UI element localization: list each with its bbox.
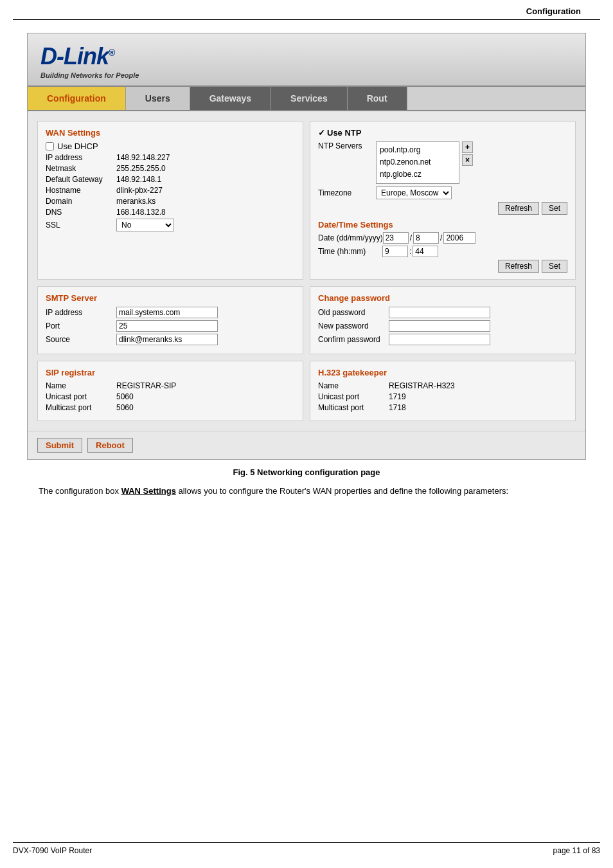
smtp-source-row: Source [46,334,295,345]
ntp-server-1: pool.ntp.org [380,144,456,156]
ntp-servers-label: NTP Servers [318,141,376,184]
confirm-password-input[interactable] [389,334,490,345]
ntp-remove-button[interactable]: × [462,154,473,166]
h323-unicast-row: Unicast port 1719 [318,392,567,401]
smtp-source-input[interactable] [116,334,218,345]
smtp-ip-input[interactable] [116,307,218,318]
use-ntp-header: ✓ Use NTP [318,128,567,138]
reboot-button[interactable]: Reboot [87,438,133,453]
submit-row: Submit Reboot [28,431,585,459]
change-password-title: Change password [318,293,567,303]
ntp-server-3: ntp.globe.cz [380,168,456,181]
use-dhcp-row: Use DHCP [46,141,295,151]
logo-subtitle: Building Networks for People [40,71,573,79]
ntp-server-2: ntp0.zenon.net [380,156,456,168]
smtp-title: SMTP Server [46,293,295,303]
page-header: Configuration [13,0,600,20]
ssl-row: SSL No Yes [46,219,295,231]
use-dhcp-label: Use DHCP [57,141,98,151]
timezone-row: Timezone Europe, Moscow [318,186,567,199]
h323-title: H.323 gatekeeper [318,368,567,377]
footer-left: DVX-7090 VoIP Router [13,846,92,855]
default-gateway-row: Default Gateway 148.92.148.1 [46,175,295,184]
timezone-select[interactable]: Europe, Moscow [376,186,452,199]
sip-title: SIP registrar [46,368,295,377]
time-hour-input[interactable] [382,246,408,257]
nav-tabs: Configuration Users Gateways Services Ro… [28,87,585,111]
timezone-label: Timezone [318,188,376,197]
confirm-password-row: Confirm password [318,334,567,345]
date-inputs: / / [383,232,476,244]
ntp-button-row: Refresh Set [318,202,567,215]
datetime-title: Date/Time Settings [318,220,567,230]
ntp-server-list: pool.ntp.org ntp0.zenon.net ntp.globe.cz [376,141,459,184]
sip-name-row: Name REGISTRAR-SIP [46,381,295,390]
date-row: Date (dd/mm/yyyy) / / [318,232,567,244]
logo-area: D-Link® Building Networks for People [28,33,585,87]
header-text: Configuration [526,6,581,16]
tab-users[interactable]: Users [126,87,190,110]
ntp-set-button[interactable]: Set [542,202,567,215]
sip-multicast-row: Multicast port 5060 [46,403,295,412]
tab-routes[interactable]: Rout [348,87,407,110]
sip-unicast-row: Unicast port 5060 [46,392,295,401]
datetime-button-row: Refresh Set [318,260,567,273]
hostname-row: Hostname dlink-pbx-227 [46,186,295,195]
h323-name-row: Name REGISTRAR-H323 [318,381,567,390]
time-row: Time (hh:mm) : [318,246,567,257]
smtp-port-row: Port [46,320,295,332]
footer-right: page 11 of 83 [553,846,600,855]
router-ui: D-Link® Building Networks for People Con… [27,33,586,460]
ntp-servers-area: NTP Servers pool.ntp.org ntp0.zenon.net … [318,141,567,184]
ntp-add-button[interactable]: + [462,141,473,153]
change-password-section: Change password Old password New passwor… [310,286,576,354]
old-password-input[interactable] [389,307,490,318]
fig-caption: Fig. 5 Networking configuration page [19,467,594,477]
logo: D-Link® [40,43,573,70]
netmask-row: Netmask 255.255.255.0 [46,164,295,173]
ntp-refresh-button[interactable]: Refresh [498,202,539,215]
datetime-refresh-button[interactable]: Refresh [498,260,539,273]
smtp-port-input[interactable] [116,320,218,332]
wan-settings-link: WAN Settings [121,486,176,496]
new-password-input[interactable] [389,320,490,332]
dns-row: DNS 168.148.132.8 [46,208,295,217]
time-min-input[interactable] [413,246,438,257]
config-panel: WAN Settings Use DHCP IP address 148.92.… [28,111,585,431]
wan-title: WAN Settings [46,128,295,138]
smtp-ip-row: IP address [46,307,295,318]
date-month-input[interactable] [413,232,439,244]
time-label: Time (hh:mm) [318,247,382,256]
smtp-section: SMTP Server IP address Port Source [37,286,303,354]
ip-address-row: IP address 148.92.148.227 [46,153,295,162]
domain-row: Domain meranks.ks [46,197,295,206]
checkmark-icon: ✓ [318,128,325,138]
ntp-section: ✓ Use NTP NTP Servers pool.ntp.org ntp0.… [310,121,576,280]
ssl-select[interactable]: No Yes [116,219,174,231]
wan-settings-section: WAN Settings Use DHCP IP address 148.92.… [37,121,303,280]
tab-services[interactable]: Services [271,87,348,110]
tab-configuration[interactable]: Configuration [28,87,126,110]
h323-multicast-row: Multicast port 1718 [318,403,567,412]
datetime-set-button[interactable]: Set [542,260,567,273]
h323-section: H.323 gatekeeper Name REGISTRAR-H323 Uni… [310,361,576,421]
page-footer: DVX-7090 VoIP Router page 11 of 83 [13,842,600,855]
date-year-input[interactable] [443,232,475,244]
use-dhcp-checkbox[interactable] [46,142,54,150]
date-label: Date (dd/mm/yyyy) [318,233,383,242]
old-password-row: Old password [318,307,567,318]
sip-section: SIP registrar Name REGISTRAR-SIP Unicast… [37,361,303,421]
submit-button[interactable]: Submit [37,438,82,453]
body-text: The configuration box WAN Settings allow… [39,485,574,498]
time-inputs: : [382,246,438,257]
tab-gateways[interactable]: Gateways [190,87,271,110]
date-day-input[interactable] [383,232,409,244]
ntp-add-remove: + × [462,141,473,184]
new-password-row: New password [318,320,567,332]
use-ntp-label: Use NTP [327,128,361,138]
